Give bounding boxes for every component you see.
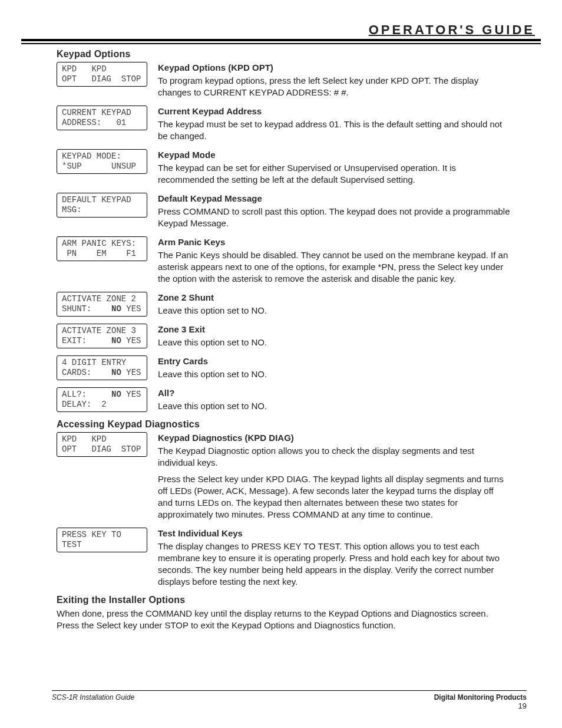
heading-keypad-mode: Keypad Mode — [158, 149, 510, 161]
text-zone3-exit: Leave this option set to NO. — [158, 337, 510, 348]
text-arm-panic: The Panic Keys should be disabled. They … — [158, 249, 510, 285]
option-row-zone2-shunt: ACTIVATE ZONE 2 SHUNT: NO YES Zone 2 Shu… — [57, 292, 510, 318]
lcd-default-msg: DEFAULT KEYPAD MSG: — [57, 193, 147, 218]
heading-test-keys: Test Individual Keys — [158, 528, 510, 539]
option-row-arm-panic: ARM PANIC KEYS: PN EM F1 Arm Panic Keys … — [57, 236, 510, 286]
page-footer: SCS-1R Installation Guide Digital Monito… — [52, 690, 527, 710]
header-rule-thick — [21, 39, 541, 41]
footer-left-text: SCS-1R Installation Guide — [52, 693, 134, 710]
text-zone2-shunt: Leave this option set to NO. — [158, 305, 510, 317]
lcd-zone3-exit: ACTIVATE ZONE 3 EXIT: NO YES — [57, 324, 147, 348]
lcd-kpd-opt: KPD KPD OPT DIAG STOP — [57, 62, 147, 87]
lcd-all: ALL?: NO YES DELAY: 2 — [57, 387, 147, 412]
option-row-keypad-address: CURRENT KEYPAD ADDRESS: 01 Current Keypa… — [57, 106, 510, 143]
option-row-default-msg: DEFAULT KEYPAD MSG: Default Keypad Messa… — [57, 193, 510, 230]
text-exiting: When done, press the COMMAND key until t… — [57, 608, 510, 631]
option-row-zone3-exit: ACTIVATE ZONE 3 EXIT: NO YES Zone 3 Exit… — [57, 324, 510, 350]
lcd-test-keys: PRESS KEY TO TEST — [57, 528, 147, 552]
footer-brand: Digital Monitoring Products — [434, 693, 527, 701]
header-title: OPERATOR'S GUIDE — [28, 22, 535, 38]
heading-keypad-address: Current Keypad Address — [158, 106, 510, 117]
text-keypad-mode: The keypad can be set for either Supervi… — [158, 162, 510, 186]
footer-page-number: 19 — [434, 701, 527, 710]
section-title-keypad-options: Keypad Options — [57, 49, 510, 60]
heading-kpd-opt: Keypad Options (KPD OPT) — [158, 62, 510, 74]
lcd-zone2-shunt: ACTIVATE ZONE 2 SHUNT: NO YES — [57, 292, 147, 317]
footer-rule — [52, 690, 527, 691]
option-row-kpd-diag: KPD KPD OPT DIAG STOP Keypad Diagnostics… — [57, 432, 510, 522]
section-title-exiting: Exiting the Installer Options — [57, 595, 510, 605]
content-area: Keypad Options KPD KPD OPT DIAG STOP Key… — [28, 49, 534, 631]
text-kpd-diag-2: Press the Select key under KPD DIAG. The… — [158, 473, 510, 521]
option-row-test-keys: PRESS KEY TO TEST Test Individual Keys T… — [57, 528, 510, 589]
heading-zone2-shunt: Zone 2 Shunt — [158, 292, 510, 304]
text-all: Leave this option set to NO. — [158, 400, 510, 412]
text-entry-cards: Leave this option set to NO. — [158, 368, 510, 380]
text-keypad-address: The keypad must be set to keypad address… — [158, 118, 510, 142]
option-row-all: ALL?: NO YES DELAY: 2 All? Leave this op… — [57, 387, 510, 413]
heading-default-msg: Default Keypad Message — [158, 193, 510, 205]
option-row-entry-cards: 4 DIGIT ENTRY CARDS: NO YES Entry Cards … — [57, 355, 510, 381]
heading-zone3-exit: Zone 3 Exit — [158, 324, 510, 335]
section-title-diagnostics: Accessing Keypad Diagnostics — [57, 419, 510, 430]
text-kpd-opt: To program keypad options, press the lef… — [158, 75, 510, 98]
text-kpd-diag-1: The Keypad Diagnostic option allows you … — [158, 445, 510, 469]
lcd-arm-panic: ARM PANIC KEYS: PN EM F1 — [57, 236, 147, 261]
heading-entry-cards: Entry Cards — [158, 355, 510, 367]
lcd-kpd-diag: KPD KPD OPT DIAG STOP — [57, 432, 147, 457]
header-rule-thin — [21, 43, 541, 44]
lcd-keypad-address: CURRENT KEYPAD ADDRESS: 01 — [57, 106, 147, 130]
heading-arm-panic: Arm Panic Keys — [158, 236, 510, 248]
option-row-keypad-mode: KEYPAD MODE: *SUP UNSUP Keypad Mode The … — [57, 149, 510, 187]
lcd-keypad-mode: KEYPAD MODE: *SUP UNSUP — [57, 149, 147, 174]
text-default-msg: Press COMMAND to scroll past this option… — [158, 206, 510, 229]
text-test-keys: The display changes to PRESS KEY TO TEST… — [158, 541, 510, 588]
option-row-kpd-opt: KPD KPD OPT DIAG STOP Keypad Options (KP… — [57, 62, 510, 100]
lcd-entry-cards: 4 DIGIT ENTRY CARDS: NO YES — [57, 355, 147, 380]
heading-all: All? — [158, 387, 510, 399]
heading-kpd-diag: Keypad Diagnostics (KPD DIAG) — [158, 432, 510, 444]
